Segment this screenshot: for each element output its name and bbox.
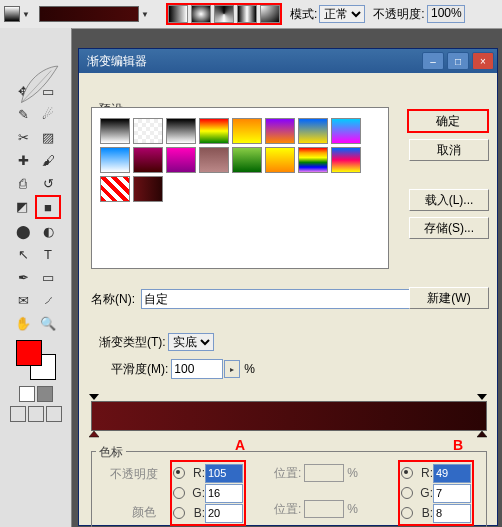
new-button[interactable]: 新建(W): [409, 287, 489, 309]
preset-swatch[interactable]: [232, 118, 262, 144]
gradient-swatch-dd[interactable]: ▼: [140, 7, 150, 21]
quickmask-on[interactable]: [37, 386, 53, 402]
slice-tool[interactable]: ▨: [36, 126, 60, 148]
preset-swatch[interactable]: [331, 147, 361, 173]
type-tool[interactable]: T: [36, 243, 60, 265]
radio-r-b[interactable]: [401, 467, 413, 479]
zoom-tool[interactable]: 🔍: [36, 312, 60, 334]
shape-tool[interactable]: ▭: [36, 266, 60, 288]
preset-swatch[interactable]: [331, 118, 361, 144]
input-r-a[interactable]: [205, 464, 243, 483]
radio-b-b[interactable]: [401, 507, 413, 519]
preset-swatch[interactable]: [100, 118, 130, 144]
fg-color[interactable]: [16, 340, 42, 366]
dialog-titlebar[interactable]: 渐变编辑器 – □ ×: [79, 49, 497, 73]
opacity-stop-right[interactable]: [477, 389, 487, 399]
gradient-radial[interactable]: [191, 5, 211, 23]
preset-swatch[interactable]: [199, 118, 229, 144]
screenmode-1[interactable]: [10, 406, 26, 422]
preset-swatch[interactable]: [232, 147, 262, 173]
screenmode-3[interactable]: [46, 406, 62, 422]
smoothness-input[interactable]: [171, 359, 223, 379]
lasso-tool[interactable]: ✎: [11, 103, 35, 125]
minimize-icon[interactable]: –: [422, 52, 444, 70]
smoothness-dd[interactable]: ▸: [224, 360, 240, 378]
input-g-b[interactable]: [433, 484, 471, 503]
load-button[interactable]: 载入(L)...: [409, 189, 489, 211]
quickmask-off[interactable]: [19, 386, 35, 402]
move-tool[interactable]: ✥: [11, 80, 35, 102]
hand-tool[interactable]: ✋: [11, 312, 35, 334]
mode-select[interactable]: 正常: [319, 5, 365, 23]
pen-tool[interactable]: ✒: [11, 266, 35, 288]
preset-swatch[interactable]: [133, 147, 163, 173]
preset-swatch[interactable]: [265, 147, 295, 173]
ok-button[interactable]: 确定: [407, 109, 489, 133]
tool-preview-dd[interactable]: ▼: [21, 7, 31, 21]
preset-swatch[interactable]: [298, 118, 328, 144]
cancel-button[interactable]: 取消: [409, 139, 489, 161]
name-label: 名称(N):: [91, 291, 135, 308]
radio-b-a[interactable]: [173, 507, 185, 519]
gradient-type-select[interactable]: 实底: [168, 333, 214, 351]
gradient-diamond[interactable]: [260, 5, 280, 23]
dodge-tool[interactable]: ◐: [36, 220, 60, 242]
brush-tool[interactable]: 🖌: [36, 149, 60, 171]
gradient-swatch[interactable]: [39, 6, 139, 22]
pos-label-1: 位置:: [274, 465, 301, 482]
history-brush-tool[interactable]: ↺: [36, 172, 60, 194]
gradient-linear[interactable]: [168, 5, 188, 23]
preset-swatch[interactable]: [265, 118, 295, 144]
preset-swatch[interactable]: [133, 176, 163, 202]
colorstop-panel: 色标 不透明度 颜色 R: G: B: 位置:% 位置:% R: G: B:: [91, 451, 487, 527]
name-input[interactable]: [141, 289, 411, 309]
stamp-tool[interactable]: ⎙: [11, 172, 35, 194]
input-g-a[interactable]: [205, 484, 243, 503]
smoothness-label: 平滑度(M):: [111, 361, 168, 378]
input-b-a[interactable]: [205, 504, 243, 523]
gradient-type-label: 渐变类型(T):: [99, 334, 166, 351]
path-tool[interactable]: ↖: [11, 243, 35, 265]
radio-r-a[interactable]: [173, 467, 185, 479]
save-button[interactable]: 存储(S)...: [409, 217, 489, 239]
gradient-editor-dialog: 渐变编辑器 – □ × 预设: [78, 48, 498, 526]
preset-swatch[interactable]: [133, 118, 163, 144]
blur-tool[interactable]: ⬤: [11, 220, 35, 242]
preset-swatch[interactable]: [100, 147, 130, 173]
notes-tool[interactable]: ✉: [11, 289, 35, 311]
radio-g-a[interactable]: [173, 487, 185, 499]
opacity-stop-left[interactable]: [89, 389, 99, 399]
colorstop-title: 色标: [96, 444, 126, 461]
input-b-b[interactable]: [433, 504, 471, 523]
preset-swatch[interactable]: [199, 147, 229, 173]
pos-label-2: 位置:: [274, 501, 301, 518]
percent-sign: %: [244, 362, 255, 376]
radio-g-b[interactable]: [401, 487, 413, 499]
color-stop-a[interactable]: [89, 431, 99, 441]
preset-swatch[interactable]: [298, 147, 328, 173]
crop-tool[interactable]: ✂: [11, 126, 35, 148]
close-icon[interactable]: ×: [472, 52, 494, 70]
heal-tool[interactable]: ✚: [11, 149, 35, 171]
gradient-reflected[interactable]: [237, 5, 257, 23]
preset-swatch[interactable]: [166, 118, 196, 144]
input-r-b[interactable]: [433, 464, 471, 483]
cs-opacity-label: 不透明度: [110, 466, 158, 483]
preset-swatch[interactable]: [166, 147, 196, 173]
gradient-tool[interactable]: ■: [35, 195, 61, 219]
wand-tool[interactable]: ☄: [36, 103, 60, 125]
marquee-tool[interactable]: ▭: [36, 80, 60, 102]
dialog-title: 渐变编辑器: [87, 53, 147, 70]
pos-input-1: [304, 464, 344, 482]
eyedropper-tool[interactable]: ⟋: [36, 289, 60, 311]
color-swatches[interactable]: [16, 340, 56, 380]
presets-panel: [91, 107, 389, 269]
screenmode-2[interactable]: [28, 406, 44, 422]
eraser-tool[interactable]: ◩: [10, 195, 34, 217]
gradient-angle[interactable]: [214, 5, 234, 23]
gradient-bar[interactable]: [91, 401, 487, 431]
preset-swatch[interactable]: [100, 176, 130, 202]
opacity-input[interactable]: 100%: [427, 5, 465, 23]
color-stop-b[interactable]: [477, 431, 487, 441]
maximize-icon[interactable]: □: [447, 52, 469, 70]
